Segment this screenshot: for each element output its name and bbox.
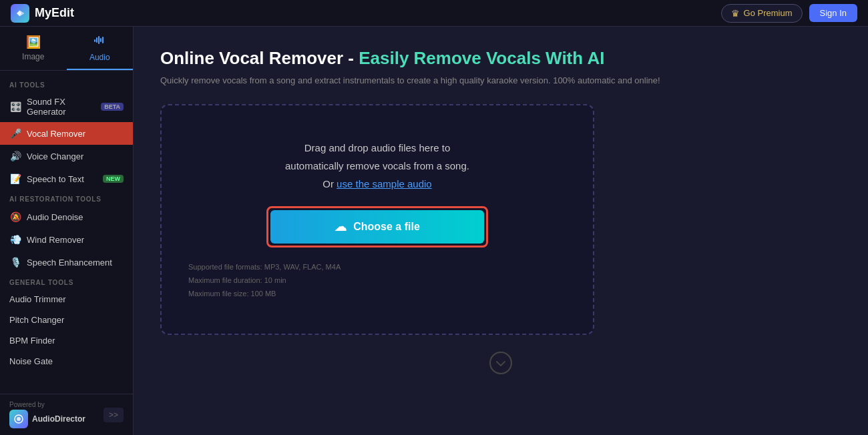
sound-fx-icon: 🎛️	[9, 101, 21, 113]
logo-icon	[11, 4, 29, 23]
sidebar-item-sound-fx[interactable]: 🎛️ Sound FX Generator BETA	[0, 91, 133, 122]
beta-badge: BETA	[101, 103, 124, 111]
speech-to-text-label: Speech to Text	[27, 174, 84, 184]
sidebar-item-wind-remover[interactable]: 💨 Wind Remover	[0, 228, 133, 251]
sidebar-content: AI TOOLS 🎛️ Sound FX Generator BETA 🎤 Vo…	[0, 71, 133, 394]
page-title: Online Vocal Remover - Easily Remove Voc…	[160, 48, 841, 69]
image-tab-icon: 🖼️	[26, 35, 41, 49]
audio-denoise-icon: 🔕	[9, 211, 21, 223]
image-tab-label: Image	[22, 52, 44, 61]
vocal-remover-icon: 🎤	[9, 127, 21, 139]
header: MyEdit ♛ Go Premium Sign In	[0, 0, 868, 27]
wind-remover-label: Wind Remover	[27, 235, 84, 245]
new-badge: NEW	[103, 175, 124, 183]
choose-file-button[interactable]: ☁ Choose a file	[270, 210, 484, 244]
sidebar-item-vocal-remover[interactable]: 🎤 Vocal Remover	[0, 122, 133, 145]
pitch-changer-label: Pitch Changer	[9, 315, 64, 325]
svg-rect-4	[102, 37, 103, 43]
speech-to-text-icon: 📝	[9, 173, 21, 185]
sidebar-item-voice-changer[interactable]: 🔊 Voice Changer	[0, 145, 133, 167]
sidebar-item-speech-enhancement[interactable]: 🎙️ Speech Enhancement	[0, 251, 133, 274]
go-premium-label: Go Premium	[744, 8, 793, 18]
audio-director-text: AudioDirector	[32, 414, 98, 424]
scroll-down-indicator	[160, 351, 841, 379]
expand-footer-button[interactable]: >>	[103, 408, 124, 422]
tab-audio[interactable]: Audio	[67, 27, 134, 70]
speech-enhancement-icon: 🎙️	[9, 256, 21, 268]
tab-image[interactable]: 🖼️ Image	[0, 27, 67, 70]
sound-fx-label: Sound FX Generator	[27, 97, 95, 117]
noise-gate-label: Noise Gate	[9, 356, 53, 366]
sidebar-item-bpm-finder[interactable]: BPM Finder	[0, 330, 133, 351]
main-content: Online Vocal Remover - Easily Remove Voc…	[134, 27, 868, 435]
svg-point-7	[490, 352, 511, 374]
page-title-part1: Online Vocal Remover -	[160, 48, 359, 68]
vocal-remover-label: Vocal Remover	[27, 129, 85, 139]
audio-tab-label: Audio	[89, 53, 110, 62]
speech-enhancement-label: Speech Enhancement	[27, 258, 112, 268]
drag-text-line1: Drag and drop audio files here to	[304, 142, 450, 153]
header-actions: ♛ Go Premium Sign In	[721, 4, 857, 23]
page-title-part2: Easily Remove Vocals With AI	[359, 48, 604, 68]
drag-text-or: Or	[322, 178, 337, 189]
audio-denoise-label: Audio Denoise	[27, 212, 83, 222]
file-formats: Supported file formats: MP3, WAV, FLAC, …	[188, 261, 566, 274]
wind-remover-icon: 💨	[9, 234, 21, 246]
sidebar-item-noise-gate[interactable]: Noise Gate	[0, 351, 133, 372]
svg-rect-2	[98, 36, 99, 44]
page-subtitle: Quickly remove vocals from a song and ex…	[160, 75, 841, 85]
audio-director-logo	[9, 410, 28, 428]
sidebar-item-speech-to-text[interactable]: 📝 Speech to Text NEW	[0, 167, 133, 190]
crown-icon: ♛	[731, 8, 740, 19]
max-duration: Maximum file duration: 10 min	[188, 274, 566, 288]
sidebar-tabs: 🖼️ Image Audio	[0, 27, 133, 71]
sidebar-item-pitch-changer[interactable]: Pitch Changer	[0, 310, 133, 330]
file-info: Supported file formats: MP3, WAV, FLAC, …	[188, 261, 566, 300]
ai-restoration-section-label: AI RESTORATION TOOLS	[0, 190, 133, 205]
bpm-finder-label: BPM Finder	[9, 336, 55, 346]
sidebar-item-audio-trimmer[interactable]: Audio Trimmer	[0, 289, 133, 310]
ai-tools-section-label: AI TOOLS	[0, 76, 133, 91]
sidebar: 🖼️ Image Audio AI TOOLS	[0, 27, 134, 435]
drag-text-line2: automatically remove vocals from a song.	[285, 160, 469, 171]
voice-changer-icon: 🔊	[9, 150, 21, 162]
svg-rect-0	[94, 39, 95, 42]
voice-changer-label: Voice Changer	[27, 151, 83, 161]
go-premium-button[interactable]: ♛ Go Premium	[721, 4, 803, 23]
drop-text: Drag and drop audio files here to automa…	[188, 139, 566, 193]
drop-zone[interactable]: Drag and drop audio files here to automa…	[160, 104, 594, 335]
svg-point-6	[17, 417, 21, 421]
upload-icon: ☁	[335, 220, 347, 234]
logo: MyEdit	[11, 4, 74, 23]
powered-by-label: Powered by	[9, 401, 98, 408]
logo-text: MyEdit	[35, 6, 74, 20]
audio-tab-icon	[93, 33, 106, 50]
sign-in-button[interactable]: Sign In	[809, 4, 857, 22]
sidebar-footer: Powered by AudioDirector >>	[0, 394, 133, 435]
sample-audio-link[interactable]: use the sample audio	[337, 178, 432, 189]
general-tools-section-label: GENERAL TOOLS	[0, 274, 133, 289]
choose-file-label: Choose a file	[353, 221, 420, 233]
audio-trimmer-label: Audio Trimmer	[9, 294, 66, 304]
svg-rect-1	[96, 37, 97, 43]
choose-file-wrapper: ☁ Choose a file	[266, 206, 488, 248]
sidebar-item-audio-denoise[interactable]: 🔕 Audio Denoise	[0, 205, 133, 228]
main-layout: 🖼️ Image Audio AI TOOLS	[0, 27, 868, 435]
max-size: Maximum file size: 100 MB	[188, 288, 566, 301]
svg-rect-3	[100, 38, 101, 42]
